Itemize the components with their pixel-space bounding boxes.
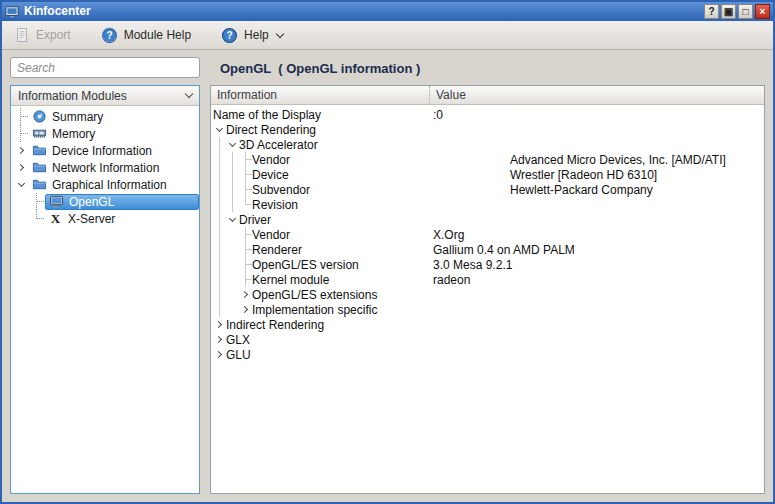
folder-icon [32,160,47,175]
tree-guide [226,182,239,197]
tree-guide [239,182,252,197]
tree-guide [213,302,226,317]
expander-closed-icon[interactable] [213,317,226,332]
sidebar-item-opengl[interactable]: OpenGL [11,193,199,210]
info-cell: Driver [239,213,271,227]
sidebar-item-content[interactable]: Memory [29,126,199,142]
sidebar-item-graphical-information[interactable]: Graphical Information [11,176,199,193]
folder-icon [32,177,47,192]
table-row[interactable]: Name of the Display:0 [211,107,764,122]
table-row[interactable]: Implementation specific [211,302,764,317]
tree-guide [213,257,226,272]
table-row[interactable]: 3D Accelerator [211,137,764,152]
table-row[interactable]: VendorX.Org [211,227,764,242]
table-row[interactable]: OpenGL/ES version3.0 Mesa 9.2.1 [211,257,764,272]
folder-icon [32,143,47,158]
help-icon: ? [221,27,238,44]
sidebar-item-x-server[interactable]: XX-Server [11,210,199,227]
tree-guide [239,197,252,212]
tree-guide [226,302,239,317]
chevron-down-icon [185,90,193,98]
module-help-label: Module Help [124,28,191,42]
tree-guide [226,152,239,167]
help-icon: ? [101,27,118,44]
tree-guide [213,227,226,242]
sidebar-item-label: Memory [52,127,95,141]
expander-closed-icon[interactable] [13,142,29,159]
table-row[interactable]: Direct Rendering [211,122,764,137]
expander-closed-icon[interactable] [239,287,252,302]
info-cell: Name of the Display [213,108,321,122]
module-help-button[interactable]: ? Module Help [101,27,191,44]
expander-open-icon[interactable] [213,122,226,137]
sidebar-item-content[interactable]: Summary [29,109,199,125]
titlebar-help-button[interactable]: ? [704,4,719,19]
expander-closed-icon[interactable] [213,332,226,347]
info-cell: Direct Rendering [226,123,316,137]
tree-guide [213,137,226,152]
table-row[interactable]: SubvendorHewlett-Packard Company [211,182,764,197]
export-icon [14,27,30,43]
sidebar-item-device-information[interactable]: Device Information [11,142,199,159]
table-row[interactable]: DeviceWrestler [Radeon HD 6310] [211,167,764,182]
sidebar-item-memory[interactable]: Memory [11,125,199,142]
maximize-button[interactable]: ▣ [721,4,736,19]
app-icon [5,5,19,19]
tree-guide [226,227,239,242]
info-cell: Vendor [252,153,290,167]
info-cell: Subvendor [252,183,310,197]
sidebar-item-summary[interactable]: Summary [11,108,199,125]
table-row[interactable]: RendererGallium 0.4 on AMD PALM [211,242,764,257]
sidebar-item-content[interactable]: Graphical Information [29,177,199,193]
sidebar-item-label: OpenGL [69,195,114,209]
table-row[interactable]: Kernel moduleradeon [211,272,764,287]
tree-guide [226,272,239,287]
sidebar-item-network-information[interactable]: Network Information [11,159,199,176]
column-header-information[interactable]: Information [211,88,277,102]
column-header-value[interactable]: Value [429,86,466,104]
table-row[interactable]: Indirect Rendering [211,317,764,332]
expander-open-icon[interactable] [13,176,29,193]
sidebar-item-label: Summary [52,110,103,124]
tree-guide [213,242,226,257]
value-cell: radeon [433,273,470,287]
value-cell: :0 [433,108,443,122]
expander-closed-icon[interactable] [239,302,252,317]
expander-open-icon[interactable] [226,137,239,152]
expander-closed-icon[interactable] [13,159,29,176]
tree-guide [13,210,29,227]
tree-guide [213,212,226,227]
svg-text:?: ? [226,30,232,41]
sidebar-item-content[interactable]: Device Information [29,143,199,159]
info-table-body: Name of the Display:0Direct Rendering3D … [211,105,764,493]
help-button[interactable]: ? Help [221,27,283,44]
chevron-down-icon [276,29,284,37]
titlebar: Kinfocenter ? ▣ □ × [2,2,773,21]
value-cell: Gallium 0.4 on AMD PALM [433,243,575,257]
value-cell: Hewlett-Packard Company [510,183,653,197]
table-row[interactable]: OpenGL/ES extensions [211,287,764,302]
restore-button[interactable]: □ [738,4,753,19]
sidebar-item-content[interactable]: XX-Server [45,211,199,227]
tree-header[interactable]: Information Modules [11,86,199,106]
search-input[interactable] [10,57,200,78]
value-cell: Wrestler [Radeon HD 6310] [510,168,657,182]
module-tree: SummaryMemoryDevice InformationNetwork I… [11,106,199,493]
sidebar-item-content[interactable]: OpenGL [45,194,199,210]
expander-open-icon[interactable] [226,212,239,227]
table-row[interactable]: GLU [211,347,764,362]
table-row[interactable]: VendorAdvanced Micro Devices, Inc. [AMD/… [211,152,764,167]
table-row[interactable]: GLX [211,332,764,347]
close-button[interactable]: × [755,4,770,19]
tree-guide [13,125,29,142]
help-label: Help [244,28,269,42]
expander-closed-icon[interactable] [213,347,226,362]
sidebar-item-label: Device Information [52,144,152,158]
table-row[interactable]: Revision [211,197,764,212]
export-button[interactable]: Export [14,27,71,43]
table-row[interactable]: Driver [211,212,764,227]
sidebar-item-content[interactable]: Network Information [29,160,199,176]
tree-header-label: Information Modules [18,89,127,103]
memory-icon [32,126,47,141]
module-tree-panel: Information Modules SummaryMemoryDevice … [10,85,200,494]
